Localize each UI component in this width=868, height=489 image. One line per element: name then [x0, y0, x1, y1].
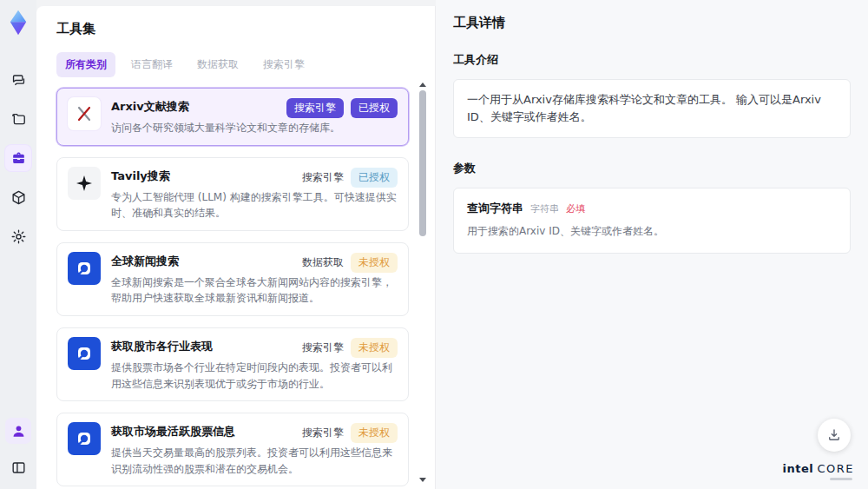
- category-label: 搜索引擎: [302, 340, 344, 355]
- tool-card-sector-performance[interactable]: 获取股市各行业表现 提供股票市场各个行业在特定时间段内的表现。投资者可以利用这些…: [56, 327, 409, 401]
- toolbox-icon[interactable]: [5, 145, 31, 171]
- news-search-logo-icon: [68, 422, 101, 455]
- auth-status-badge: 已授权: [351, 98, 398, 118]
- tab-all-categories[interactable]: 所有类别: [56, 52, 115, 77]
- param-description: 用于搜索的Arxiv ID、关键字或作者姓名。: [467, 224, 837, 239]
- tool-description: 访问各个研究领域大量科学论文和文章的存储库。: [111, 120, 398, 136]
- left-rail: [0, 0, 36, 489]
- app-window: 工具集 所有类别 语言翻译 数据获取 搜索引擎 A: [0, 0, 868, 489]
- details-title: 工具详情: [453, 15, 851, 31]
- category-label: 搜索引擎: [302, 170, 344, 185]
- scrollbar: [418, 83, 427, 482]
- scrollbar-thumb[interactable]: [419, 90, 426, 236]
- tavily-star-icon: [68, 167, 101, 200]
- download-icon: [826, 427, 842, 443]
- scrollbar-down-arrow[interactable]: [419, 478, 426, 482]
- page-title: 工具集: [56, 21, 409, 37]
- news-search-logo-icon: [68, 252, 101, 285]
- tool-card-arxiv[interactable]: Arxiv文献搜索 访问各个研究领域大量科学论文和文章的存储库。 搜索引擎 已授…: [56, 88, 409, 146]
- category-badge: 搜索引擎: [286, 98, 344, 118]
- toolset-panel: 工具集 所有类别 语言翻译 数据获取 搜索引擎 A: [36, 6, 436, 489]
- tab-data-fetching[interactable]: 数据获取: [188, 52, 247, 77]
- tool-description: 专为人工智能代理 (LLM) 构建的搜索引擎工具。可快速提供实时、准确和真实的结…: [111, 189, 398, 221]
- tool-description: 提供股票市场各个行业在特定时间段内的表现。投资者可以利用这些信息来识别表现优于或…: [111, 360, 398, 392]
- tool-description: 提供当天交易量最高的股票列表。投资者可以利用这些信息来识别流动性强的股票和潜在的…: [111, 445, 398, 477]
- param-name: 查询字符串: [467, 201, 523, 216]
- arxiv-logo-icon: [68, 97, 101, 130]
- tab-language-translation[interactable]: 语言翻译: [122, 52, 181, 77]
- tool-card-tavily[interactable]: Tavily搜索 专为人工智能代理 (LLM) 构建的搜索引擎工具。可快速提供实…: [56, 157, 409, 231]
- category-tabs: 所有类别 语言翻译 数据获取 搜索引擎: [56, 52, 409, 77]
- tool-card-active-stocks[interactable]: 获取市场最活跃股票信息 提供当天交易量最高的股票列表。投资者可以利用这些信息来识…: [56, 413, 409, 486]
- param-required-badge: 必填: [566, 202, 585, 215]
- tool-description: 全球新闻搜索是一个聚合全球各大新闻网站内容的搜索引擎，帮助用户快速获取全球最新资…: [111, 274, 398, 307]
- tool-list: Arxiv文献搜索 访问各个研究领域大量科学论文和文章的存储库。 搜索引擎 已授…: [56, 88, 409, 489]
- tool-card-global-news[interactable]: 全球新闻搜索 全球新闻搜索是一个聚合全球各大新闻网站内容的搜索引擎，帮助用户快速…: [56, 242, 409, 316]
- parameter-card: 查询字符串 字符串 必填 用于搜索的Arxiv ID、关键字或作者姓名。: [453, 188, 851, 254]
- intel-core-logo: intel core: [783, 462, 854, 480]
- rail-nav: [5, 67, 31, 249]
- auth-status-badge: 未授权: [351, 338, 398, 358]
- scrollbar-up-arrow[interactable]: [419, 83, 426, 87]
- tab-search-engine[interactable]: 搜索引擎: [254, 52, 313, 77]
- auth-status-badge: 未授权: [351, 253, 398, 273]
- params-heading: 参数: [453, 161, 851, 176]
- download-button[interactable]: [818, 419, 851, 452]
- rail-bottom: [5, 418, 31, 480]
- app-logo-icon: [3, 8, 33, 37]
- folder-icon[interactable]: [5, 106, 31, 132]
- tool-details-panel: 工具详情 工具介绍 一个用于从Arxiv存储库搜索科学论文和文章的工具。 输入可…: [436, 0, 868, 489]
- auth-status-badge: 已授权: [351, 168, 398, 188]
- core-wordmark: core: [817, 462, 854, 475]
- panel-toggle-icon[interactable]: [5, 454, 31, 480]
- cube-icon[interactable]: [5, 184, 31, 210]
- param-type: 字符串: [530, 202, 559, 215]
- intro-heading: 工具介绍: [453, 52, 851, 68]
- tool-intro-text: 一个用于从Arxiv存储库搜索科学论文和文章的工具。 输入可以是Arxiv ID…: [453, 79, 851, 138]
- intel-wordmark: intel: [783, 462, 814, 475]
- user-icon[interactable]: [5, 418, 31, 444]
- news-search-logo-icon: [68, 337, 101, 370]
- settings-gear-icon[interactable]: [5, 223, 31, 249]
- category-label: 数据获取: [302, 255, 344, 270]
- brand-sub-mark: [830, 478, 852, 480]
- auth-status-badge: 未授权: [351, 423, 398, 443]
- chat-icon[interactable]: [5, 67, 31, 93]
- category-label: 搜索引擎: [302, 426, 344, 440]
